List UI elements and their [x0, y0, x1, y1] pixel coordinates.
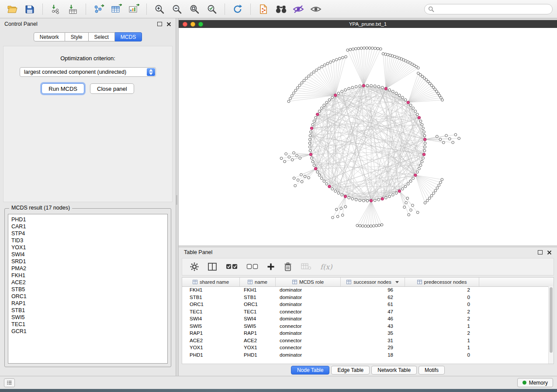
network-leaf-node[interactable] — [349, 48, 352, 51]
network-leaf-node[interactable] — [366, 47, 368, 49]
network-leaf-node[interactable] — [439, 138, 442, 141]
network-leaf-node[interactable] — [458, 137, 460, 140]
mcds-result-item[interactable]: PHD1 — [11, 216, 167, 223]
network-leaf-node[interactable] — [410, 209, 412, 211]
network-leaf-node[interactable] — [300, 173, 303, 176]
network-node[interactable] — [320, 107, 323, 110]
network-leaf-node[interactable] — [336, 58, 338, 61]
network-hub-node[interactable] — [414, 174, 417, 177]
network-leaf-node[interactable] — [335, 208, 338, 211]
table-row[interactable]: STB1STB1dominator620 — [182, 294, 549, 301]
close-panel-button[interactable]: Close panel — [90, 83, 134, 94]
network-node[interactable] — [366, 84, 369, 87]
network-node[interactable] — [311, 124, 314, 126]
network-hub-node[interactable] — [384, 87, 387, 90]
network-hub-node[interactable] — [316, 113, 319, 116]
network-node[interactable] — [348, 196, 350, 199]
network-leaf-node[interactable] — [412, 204, 414, 207]
network-node[interactable] — [337, 92, 340, 95]
splitter-handle-icon[interactable] — [176, 195, 177, 205]
network-node[interactable] — [407, 182, 409, 185]
network-leaf-node[interactable] — [326, 62, 329, 65]
tab-select[interactable]: Select — [89, 32, 115, 41]
zoom-out-button[interactable] — [169, 2, 185, 16]
deselect-all-columns-button[interactable] — [246, 263, 258, 270]
mcds-result-item[interactable]: CAR1 — [11, 223, 167, 230]
vertical-splitter[interactable] — [176, 18, 179, 376]
tab-mcds[interactable]: MCDS — [115, 32, 142, 41]
network-node[interactable] — [377, 86, 380, 88]
network-leaf-node[interactable] — [417, 67, 419, 69]
network-hub-node[interactable] — [314, 167, 317, 170]
network-node[interactable] — [424, 146, 426, 148]
network-node[interactable] — [328, 99, 331, 101]
network-node[interactable] — [370, 84, 373, 87]
network-hub-node[interactable] — [381, 197, 384, 200]
network-node[interactable] — [341, 194, 343, 196]
network-leaf-node[interactable] — [310, 73, 313, 76]
network-leaf-node[interactable] — [405, 202, 408, 204]
network-leaf-node[interactable] — [329, 61, 332, 63]
hide-selected-button[interactable] — [291, 2, 306, 16]
network-node[interactable] — [416, 113, 419, 116]
scrollbar-thumb[interactable] — [550, 287, 553, 353]
tab-node-table[interactable]: Node Table — [291, 366, 330, 375]
network-node[interactable] — [323, 104, 325, 107]
network-node[interactable] — [309, 149, 311, 152]
network-node[interactable] — [363, 199, 365, 202]
network-node[interactable] — [398, 94, 401, 96]
network-node[interactable] — [348, 87, 350, 90]
table-row[interactable]: TEC1TEC1connector472 — [182, 308, 549, 316]
delete-column-button[interactable] — [284, 262, 292, 272]
network-hub-node[interactable] — [334, 94, 337, 97]
table-row[interactable]: ORC1ORC1dominator610 — [182, 301, 549, 308]
network-leaf-node[interactable] — [374, 47, 377, 50]
network-node[interactable] — [313, 120, 315, 123]
network-node[interactable] — [416, 171, 419, 173]
network-leaf-node[interactable] — [340, 207, 343, 210]
network-leaf-node[interactable] — [416, 211, 419, 214]
search-network-button[interactable] — [273, 2, 289, 16]
network-node[interactable] — [359, 85, 361, 87]
network-leaf-node[interactable] — [321, 65, 323, 68]
network-node[interactable] — [359, 199, 361, 202]
network-node[interactable] — [311, 157, 313, 159]
network-leaf-node[interactable] — [315, 69, 318, 72]
table-row[interactable]: PHD1PHD1dominator180 — [182, 351, 549, 359]
column-header-name[interactable]: name — [240, 278, 276, 286]
network-leaf-node[interactable] — [297, 179, 299, 182]
select-all-columns-button[interactable] — [226, 263, 238, 270]
network-node[interactable] — [310, 131, 312, 133]
network-leaf-node[interactable] — [424, 202, 426, 204]
network-leaf-node[interactable] — [439, 181, 442, 184]
network-leaf-node[interactable] — [381, 224, 383, 226]
network-node[interactable] — [423, 134, 426, 137]
network-node[interactable] — [355, 86, 357, 88]
network-node[interactable] — [318, 110, 321, 113]
mcds-result-item[interactable]: YOX1 — [11, 244, 167, 251]
network-leaf-node[interactable] — [377, 47, 379, 50]
column-header-predecessor-nodes[interactable]: predecessor nodes — [405, 278, 479, 286]
network-node[interactable] — [308, 138, 311, 141]
table-row[interactable]: FKH1FKH1dominator962 — [182, 286, 549, 294]
create-column-button[interactable] — [267, 263, 275, 271]
network-leaf-node[interactable] — [434, 189, 437, 192]
network-leaf-node[interactable] — [293, 177, 295, 179]
network-node[interactable] — [308, 142, 311, 144]
mcds-result-list[interactable]: PHD1CAR1STP4TID3YOX1SWI4SRD1PMA2FKH1ACE2… — [8, 214, 168, 364]
network-leaf-node[interactable] — [359, 224, 361, 227]
table-row[interactable]: RAP1RAP1dominator352 — [182, 330, 549, 337]
column-header-mcds-role[interactable]: MCDS role — [276, 278, 341, 286]
network-node[interactable] — [418, 168, 421, 170]
table-scrollbar[interactable] — [548, 286, 554, 364]
network-node[interactable] — [318, 174, 321, 176]
network-leaf-node[interactable] — [294, 185, 297, 187]
table-settings-button[interactable] — [190, 262, 199, 271]
run-mcds-button[interactable]: Run MCDS — [42, 83, 84, 94]
network-leaf-node[interactable] — [296, 155, 298, 157]
tab-style[interactable]: Style — [65, 32, 89, 41]
export-image-button[interactable] — [126, 2, 142, 16]
network-node[interactable] — [392, 90, 394, 93]
network-leaf-node[interactable] — [305, 77, 308, 79]
network-node[interactable] — [401, 188, 404, 190]
